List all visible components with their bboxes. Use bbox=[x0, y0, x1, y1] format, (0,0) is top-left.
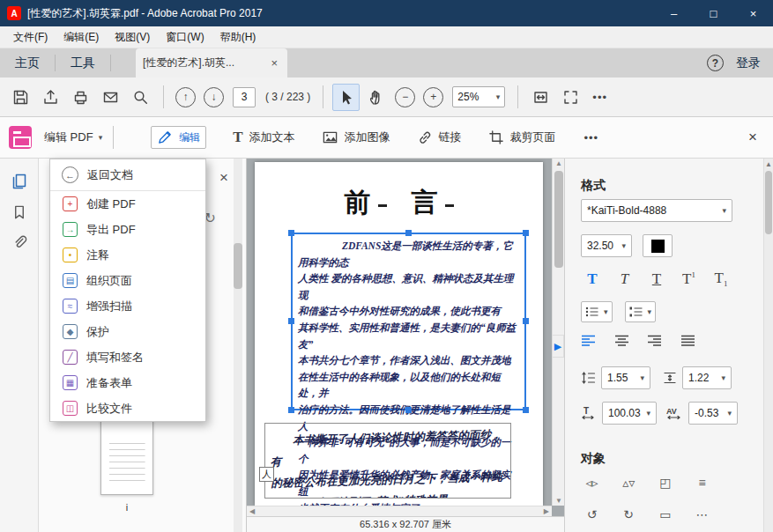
add-text-button[interactable]: T 添加文本 bbox=[233, 129, 294, 146]
share-button[interactable] bbox=[37, 84, 64, 111]
edit-mode-button[interactable]: 编辑 bbox=[151, 126, 206, 149]
zoom-in-button[interactable]: + bbox=[423, 87, 443, 107]
bookmarks-panel-button[interactable] bbox=[11, 204, 27, 223]
underline-button[interactable]: T bbox=[645, 270, 668, 288]
menu-view[interactable]: 视图(V) bbox=[107, 26, 158, 48]
edit-toolbar-close-icon[interactable]: × bbox=[748, 129, 757, 146]
selection-handle[interactable] bbox=[288, 407, 294, 413]
rotate-clockwise-button[interactable]: ↻ bbox=[618, 504, 640, 525]
edit-toolbar-more-button[interactable]: ••• bbox=[579, 131, 605, 144]
edit-pdf-menu[interactable]: 编辑 PDF ▾ bbox=[44, 129, 102, 145]
document-tab-close-icon[interactable]: × bbox=[268, 56, 280, 70]
fit-width-button[interactable] bbox=[527, 84, 554, 111]
link-button[interactable]: 链接 bbox=[417, 129, 462, 145]
rotate-counterclockwise-button[interactable]: ↺ bbox=[581, 504, 603, 525]
tab-home[interactable]: 主页 bbox=[0, 48, 55, 78]
italic-button[interactable]: T bbox=[613, 270, 636, 288]
menu-item-fill-sign[interactable]: ╱ 填写和签名 bbox=[50, 344, 205, 370]
menu-file[interactable]: 文件(F) bbox=[5, 26, 56, 48]
align-left-button[interactable] bbox=[581, 335, 596, 350]
previous-page-button[interactable]: ↑ bbox=[175, 87, 196, 107]
save-button[interactable] bbox=[7, 84, 34, 111]
page-number-input[interactable]: 3 bbox=[233, 87, 256, 107]
minimize-button[interactable]: – bbox=[654, 0, 694, 26]
flip-vertical-button[interactable]: ▵▿ bbox=[618, 472, 640, 493]
close-button[interactable]: × bbox=[733, 0, 773, 26]
selection-handle[interactable] bbox=[523, 318, 529, 324]
add-image-button[interactable]: 添加图像 bbox=[322, 129, 390, 145]
menu-item-compare-files[interactable]: ◫ 比较文件 bbox=[50, 395, 205, 421]
menu-item-protect[interactable]: ◆ 保护 bbox=[50, 319, 205, 344]
arrange-button[interactable]: ⋯ bbox=[691, 504, 713, 525]
attachments-panel-button[interactable] bbox=[11, 234, 27, 253]
print-button[interactable] bbox=[67, 84, 94, 111]
selected-text-block[interactable]: ZDFANS这是一部谈性生活的专著，它用科学的态 人类性 爱的各种思想、意识、精… bbox=[291, 233, 526, 410]
kerning-select[interactable]: -0.53 ▾ bbox=[688, 402, 738, 425]
margin-character-box[interactable]: 人 bbox=[259, 467, 274, 482]
menu-window[interactable]: 窗口(W) bbox=[158, 26, 212, 48]
sign-in-button[interactable]: 登录 bbox=[736, 55, 761, 71]
font-family-select[interactable]: *KaiTi-Bold-4888 ▾ bbox=[581, 199, 732, 222]
selection-handle[interactable] bbox=[405, 407, 412, 413]
selection-handle[interactable] bbox=[523, 407, 529, 413]
scrollbar-thumb[interactable] bbox=[554, 171, 563, 268]
bold-button[interactable]: T bbox=[581, 270, 604, 288]
replace-image-button[interactable]: ▭ bbox=[654, 504, 676, 525]
font-size-select[interactable]: 32.50 ▾ bbox=[581, 234, 632, 257]
zoom-level-select[interactable]: 25% ▾ bbox=[452, 86, 505, 107]
tab-tools[interactable]: 工具 bbox=[56, 48, 110, 78]
format-panel-scrollbar[interactable]: ▲ bbox=[763, 159, 773, 532]
text-block[interactable]: 本书撕开了人们谈论性时的羞答答的面纱，有 的秘密公布在更加光亮的日月之下，当成一… bbox=[264, 423, 511, 499]
crop-pages-button[interactable]: 裁剪页面 bbox=[488, 129, 556, 145]
menu-help[interactable]: 帮助(H) bbox=[212, 26, 264, 48]
selection-handle[interactable] bbox=[288, 230, 294, 236]
fullscreen-button[interactable] bbox=[557, 84, 584, 111]
scroll-up-icon[interactable]: ▲ bbox=[553, 159, 564, 167]
document-title[interactable]: 前言 bbox=[255, 185, 543, 221]
page-thumbnail[interactable] bbox=[100, 419, 153, 495]
scrollbar-thumb[interactable] bbox=[234, 243, 242, 289]
horizontal-scale-select[interactable]: 100.03 ▾ bbox=[602, 402, 657, 425]
menu-item-organize-pages[interactable]: ▤ 组织页面 bbox=[50, 268, 205, 293]
selection-handle[interactable] bbox=[288, 318, 294, 324]
align-right-button[interactable] bbox=[647, 335, 662, 350]
align-center-button[interactable] bbox=[614, 335, 629, 350]
menu-edit[interactable]: 编辑(E) bbox=[56, 26, 107, 48]
numbered-list-button[interactable]: ▾ bbox=[625, 301, 657, 322]
font-color-button[interactable] bbox=[643, 234, 673, 257]
document-vertical-scrollbar[interactable]: ▲ ▼ bbox=[552, 159, 564, 506]
page-thumbnails-panel-button[interactable] bbox=[11, 173, 28, 193]
menu-item-enhance-scans[interactable]: ≈ 增强扫描 bbox=[50, 293, 205, 319]
right-panel-toggle[interactable]: ▶ bbox=[552, 335, 564, 358]
menu-item-comment[interactable]: • 注释 bbox=[50, 242, 205, 268]
selection-handle[interactable] bbox=[405, 230, 412, 236]
email-button[interactable] bbox=[97, 84, 124, 111]
character-spacing-select[interactable]: 1.22 ▾ bbox=[682, 366, 732, 389]
align-justify-button[interactable] bbox=[680, 335, 695, 350]
next-page-button[interactable]: ↓ bbox=[204, 87, 224, 107]
search-button[interactable] bbox=[127, 84, 154, 111]
menu-item-create-pdf[interactable]: + 创建 PDF bbox=[50, 191, 205, 217]
scroll-up-icon[interactable]: ▲ bbox=[764, 160, 773, 168]
hand-tool-button[interactable] bbox=[362, 84, 390, 111]
selection-handle[interactable] bbox=[523, 230, 529, 236]
back-to-document-item[interactable]: ← 返回文档 bbox=[50, 159, 205, 191]
help-icon[interactable]: ? bbox=[707, 55, 724, 71]
menu-item-export-pdf[interactable]: → 导出 PDF bbox=[50, 217, 205, 242]
pdf-page[interactable]: 前言 ZDFANS这是一部谈性生活的专著，它用科学的态 人类性 爱的各种思想、意… bbox=[255, 162, 543, 506]
zoom-out-button[interactable]: − bbox=[395, 87, 415, 107]
toolbar-more-button[interactable]: ••• bbox=[587, 91, 613, 104]
menu-item-prepare-form[interactable]: ▦ 准备表单 bbox=[50, 370, 205, 395]
select-tool-button[interactable] bbox=[332, 84, 360, 111]
maximize-button[interactable]: □ bbox=[694, 0, 733, 26]
document-horizontal-scrollbar[interactable]: ◀ ▶ bbox=[247, 506, 552, 516]
panel-close-icon[interactable]: × bbox=[219, 169, 228, 187]
line-spacing-select[interactable]: 1.55 ▾ bbox=[601, 366, 650, 389]
scroll-down-icon[interactable]: ▼ bbox=[553, 497, 564, 505]
align-objects-button[interactable]: ≡ bbox=[691, 472, 713, 493]
tab-document[interactable]: [性爱的艺术].胡英... × bbox=[136, 48, 287, 78]
superscript-button[interactable]: T1 bbox=[678, 270, 701, 288]
flip-horizontal-button[interactable]: ◃▹ bbox=[581, 472, 603, 493]
subscript-button[interactable]: T1 bbox=[710, 270, 732, 288]
crop-object-button[interactable]: ◰ bbox=[654, 472, 676, 493]
